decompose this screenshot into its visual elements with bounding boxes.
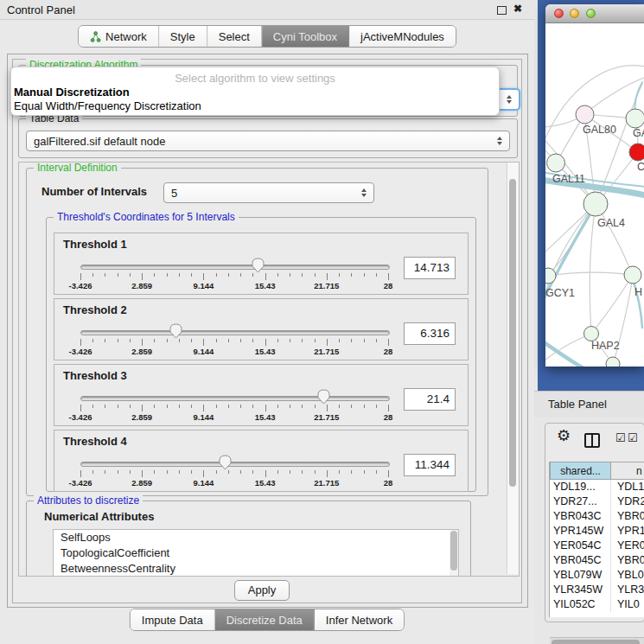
cell-shared-name[interactable]: YBR045C bbox=[550, 553, 611, 568]
cell-name[interactable]: YDL1 bbox=[611, 480, 644, 494]
combo-stepper-icon bbox=[507, 95, 512, 104]
table-panel: ⚙ ☑ ☑ shared... n YDL19...YDL1YDR27...YD… bbox=[545, 423, 644, 622]
threshold-slider-track[interactable] bbox=[80, 330, 390, 335]
threshold-4-value-field[interactable]: 11.344 bbox=[404, 454, 456, 476]
network-node[interactable] bbox=[545, 268, 556, 284]
cell-shared-name[interactable]: YBL079W bbox=[550, 568, 611, 583]
slider-tick-marks bbox=[80, 405, 388, 411]
node-label: GAL11 bbox=[552, 173, 585, 185]
cell-shared-name[interactable]: YPR145W bbox=[550, 524, 611, 539]
cell-name[interactable]: YLR3 bbox=[611, 583, 644, 597]
threshold-slider-track[interactable] bbox=[80, 462, 390, 467]
network-canvas[interactable]: GAL80GACGAL11GAL4GCY1HHAP2 bbox=[545, 23, 644, 367]
attribute-item[interactable]: TopologicalCoefficient bbox=[54, 545, 458, 561]
numerical-attributes-list[interactable]: SelfLoopsTopologicalCoefficientBetweenne… bbox=[53, 529, 459, 577]
table-data-combobox-value: galFiltered.sif default node bbox=[34, 135, 492, 148]
cell-shared-name[interactable]: YER054C bbox=[550, 539, 611, 553]
table-row[interactable]: YBL079WYBL0 bbox=[550, 568, 644, 583]
table-panel-title: Table Panel bbox=[548, 398, 607, 411]
threshold-slider-thumb[interactable] bbox=[317, 389, 330, 405]
node-label: GAL80 bbox=[583, 124, 616, 136]
zoom-window-icon[interactable] bbox=[586, 9, 596, 18]
tab-discretize-data[interactable]: Discretize Data bbox=[214, 609, 314, 630]
attribute-item[interactable]: BetweennessCentrality bbox=[54, 561, 458, 577]
table-row[interactable]: YDL19...YDL1 bbox=[550, 480, 644, 494]
network-node[interactable] bbox=[576, 105, 594, 124]
threshold-slider-track[interactable] bbox=[80, 265, 390, 270]
table-row[interactable]: YDR27...YDR2 bbox=[550, 494, 644, 509]
attributes-list-scrollbar[interactable] bbox=[450, 530, 458, 577]
algorithm-option[interactable]: Manual Discretization bbox=[11, 86, 499, 99]
cell-name[interactable]: YDR2 bbox=[611, 494, 644, 509]
threshold-1-panel: Threshold 1-3.4262.8599.14415.4321.71528… bbox=[54, 233, 469, 295]
threshold-slider-thumb[interactable] bbox=[169, 323, 182, 339]
cell-shared-name[interactable]: YLR345W bbox=[550, 583, 611, 597]
cell-shared-name[interactable]: YDL19... bbox=[550, 480, 611, 494]
table-data-combobox[interactable]: galFiltered.sif default node bbox=[26, 131, 510, 151]
threshold-slider-thumb[interactable] bbox=[219, 455, 232, 470]
cell-name[interactable]: YBR0 bbox=[611, 553, 644, 568]
application-root: Control Panel ✖ NetworkStyleSelectCyni T… bbox=[0, 0, 644, 644]
tab-network[interactable]: Network bbox=[79, 26, 158, 47]
threshold-3-value-field[interactable]: 21.4 bbox=[404, 388, 456, 411]
close-window-icon[interactable] bbox=[554, 9, 564, 18]
tab-jactivemnodules[interactable]: jActiveMNodules bbox=[348, 26, 456, 47]
threshold-2-value-field[interactable]: 6.316 bbox=[404, 322, 456, 345]
table-row[interactable]: YLR345WYLR3 bbox=[550, 583, 644, 597]
table-row[interactable]: YPR145WYPR1 bbox=[550, 524, 644, 539]
tab-label: jActiveMNodules bbox=[360, 30, 444, 43]
attributes-group-title: Attributes to discretize bbox=[34, 494, 143, 507]
network-node[interactable] bbox=[624, 266, 641, 284]
checkbox-icon[interactable]: ☑ bbox=[628, 431, 638, 444]
attribute-item[interactable]: SelfLoops bbox=[54, 530, 458, 545]
cell-name[interactable]: YPR1 bbox=[611, 524, 644, 539]
float-panel-icon[interactable] bbox=[497, 6, 507, 15]
column-header-shared-name[interactable]: shared... bbox=[550, 462, 611, 480]
cell-name[interactable]: YBR0 bbox=[611, 509, 644, 524]
table-horizontal-scrollbar[interactable] bbox=[550, 637, 644, 644]
network-edge bbox=[592, 276, 632, 333]
network-node[interactable] bbox=[606, 357, 620, 367]
algorithm-option[interactable]: Equal Width/Frequency Discretization bbox=[11, 99, 499, 113]
threshold-slider-thumb[interactable] bbox=[252, 258, 265, 273]
table-row[interactable]: YIL052CYIL0 bbox=[550, 597, 644, 612]
network-node[interactable] bbox=[584, 327, 599, 341]
apply-button[interactable]: Apply bbox=[234, 580, 290, 601]
threshold-slider-track[interactable] bbox=[80, 396, 390, 401]
cell-name[interactable]: YER0 bbox=[611, 539, 644, 553]
network-node[interactable] bbox=[547, 154, 565, 172]
cell-shared-name[interactable]: YDR27... bbox=[550, 494, 611, 509]
cell-name[interactable]: YBL0 bbox=[611, 568, 644, 583]
number-of-intervals-combobox[interactable]: 5 bbox=[163, 182, 374, 203]
cell-shared-name[interactable]: YIL052C bbox=[550, 597, 611, 612]
table-row[interactable]: YER054CYER0 bbox=[550, 539, 644, 553]
tab-label: Impute Data bbox=[142, 614, 203, 627]
slider-tick-labels: -3.4262.8599.14415.4321.71528 bbox=[80, 347, 388, 356]
network-node[interactable] bbox=[629, 143, 644, 161]
table-row[interactable]: YBR043CYBR0 bbox=[550, 509, 644, 524]
settings-scrollbar[interactable] bbox=[507, 163, 519, 574]
thresholds-coordinates-group-title: Threshold's Coordinates for 5 Intervals bbox=[54, 211, 239, 223]
cell-shared-name[interactable]: YBR043C bbox=[550, 509, 611, 524]
tab-label: Discretize Data bbox=[226, 614, 303, 627]
minimize-window-icon[interactable] bbox=[570, 9, 579, 18]
tab-select[interactable]: Select bbox=[207, 26, 261, 47]
table-row[interactable]: YBR045CYBR0 bbox=[550, 553, 644, 568]
tab-label: Style bbox=[170, 30, 195, 43]
threshold-1-value-field[interactable]: 14.713 bbox=[404, 257, 456, 279]
network-node[interactable] bbox=[626, 109, 644, 128]
close-panel-icon[interactable]: ✖ bbox=[513, 3, 522, 15]
checkbox-icon[interactable]: ☑ bbox=[615, 431, 626, 444]
tab-impute-data[interactable]: Impute Data bbox=[131, 609, 214, 630]
split-columns-icon[interactable] bbox=[584, 433, 600, 448]
network-node[interactable] bbox=[583, 192, 608, 216]
threshold-4-panel: Threshold 4-3.4262.8599.14415.4321.71528… bbox=[54, 430, 469, 492]
tab-infer-network[interactable]: Infer Network bbox=[314, 609, 404, 630]
cell-name[interactable]: YIL0 bbox=[611, 597, 644, 612]
tab-cyni-toolbox[interactable]: Cyni Toolbox bbox=[261, 26, 348, 47]
network-window-titlebar[interactable] bbox=[545, 4, 644, 23]
tab-style[interactable]: Style bbox=[158, 26, 207, 47]
node-label: GA bbox=[633, 127, 644, 139]
table-settings-gear-icon[interactable]: ⚙ bbox=[557, 426, 571, 445]
column-header-name[interactable]: n bbox=[611, 462, 644, 480]
